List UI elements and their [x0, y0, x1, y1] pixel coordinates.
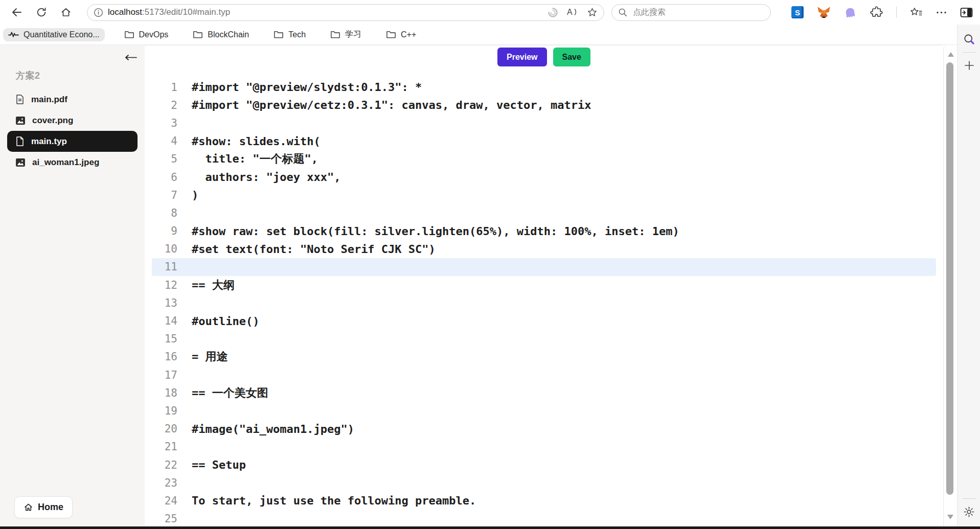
search-placeholder: 点此搜索	[633, 7, 666, 18]
browser-home-button[interactable]	[56, 3, 76, 21]
editor-scrollbar[interactable]	[943, 45, 958, 526]
bookmark-label: DevOps	[139, 30, 169, 39]
bookmark-blockchain[interactable]: BlockChain	[188, 28, 254, 41]
code-editor[interactable]: Preview Save 1#import "@preview/slydst:0…	[145, 45, 943, 527]
line-number: 22	[152, 459, 177, 471]
code-line-7[interactable]: 7)	[152, 186, 936, 204]
line-text: )	[192, 189, 198, 201]
bookmark-quantitative-econo[interactable]: Quantitative Econo...	[3, 28, 105, 41]
code-line-5[interactable]: 5 title: "一个标题",	[152, 150, 936, 168]
s-extension-icon[interactable]: S	[791, 6, 804, 18]
code-line-1[interactable]: 1#import "@preview/slydst:0.1.3": *	[152, 78, 936, 96]
code-line-23[interactable]: 23	[152, 474, 936, 492]
collapse-sidebar-button[interactable]	[123, 53, 139, 63]
bookmarks-bar: Quantitative Econo...DevOpsBlockChainTec…	[0, 25, 957, 45]
line-text: To start, just use the following preambl…	[192, 494, 476, 507]
sidebar-search-icon	[963, 33, 975, 45]
line-text: #outline()	[192, 315, 259, 328]
line-number: 2	[152, 99, 177, 111]
read-aloud-icon[interactable]: A	[566, 7, 579, 17]
address-actions: A	[548, 7, 599, 18]
line-number: 10	[152, 243, 177, 255]
code-line-22[interactable]: 22== Setup	[152, 456, 936, 474]
code-line-14[interactable]: 14#outline()	[152, 312, 936, 330]
code-line-11[interactable]: 11	[152, 258, 936, 276]
line-number: 1	[152, 81, 177, 94]
metamask-fox-icon[interactable]	[817, 6, 831, 19]
code-line-8[interactable]: 8	[152, 204, 936, 222]
plus-icon	[964, 60, 975, 71]
code-line-24[interactable]: 24To start, just use the following pream…	[152, 492, 936, 510]
code-line-12[interactable]: 12== 大纲	[152, 276, 936, 294]
url-text[interactable]: localhost:5173/edit/10#main.typ	[108, 7, 548, 17]
line-text: == Setup	[192, 458, 246, 471]
settings-menu-icon[interactable]	[936, 11, 947, 14]
code-line-6[interactable]: 6 authors: "joey xxx",	[152, 168, 936, 186]
search-input[interactable]: 点此搜索	[611, 4, 771, 21]
file-item-ai-woman1-jpeg[interactable]: ai_woman1.jpeg	[7, 152, 138, 173]
folder-icon	[330, 30, 340, 39]
line-text: == 一个美女图	[192, 385, 268, 401]
back-button[interactable]	[7, 3, 27, 21]
line-number: 25	[152, 513, 177, 525]
image-icon	[15, 116, 26, 125]
line-text: #import "@preview/slydst:0.1.3": *	[192, 81, 422, 94]
split-screen-icon[interactable]	[960, 7, 973, 18]
extensions-bar: S	[791, 6, 980, 19]
waveform-icon	[8, 30, 19, 39]
code-line-20[interactable]: 20#image("ai_woman1.jpeg")	[152, 420, 936, 438]
preview-button[interactable]: Preview	[497, 48, 546, 66]
line-number: 4	[152, 135, 177, 147]
code-line-9[interactable]: 9#show raw: set block(fill: silver.light…	[152, 222, 936, 240]
folder-icon	[274, 30, 284, 39]
code-line-2[interactable]: 2#import "@preview/cetz:0.3.1": canvas, …	[152, 96, 936, 114]
code-area[interactable]: 1#import "@preview/slydst:0.1.3": *2#imp…	[145, 78, 943, 528]
bookmark-devops[interactable]: DevOps	[119, 28, 174, 41]
file-item-cover-png[interactable]: cover.png	[7, 110, 138, 131]
code-line-18[interactable]: 18== 一个美女图	[152, 384, 936, 402]
code-line-21[interactable]: 21	[152, 438, 936, 456]
folder-icon	[124, 30, 134, 39]
browser-essentials-icon[interactable]	[548, 7, 558, 18]
sidebar-add-button[interactable]	[961, 57, 978, 74]
code-line-16[interactable]: 16= 用途	[152, 348, 936, 366]
file-item-main-typ[interactable]: main.typ	[7, 131, 138, 152]
bookmark-学习[interactable]: 学习	[325, 27, 367, 42]
code-line-15[interactable]: 15	[152, 330, 936, 348]
extensions-puzzle-icon[interactable]	[870, 6, 883, 19]
scroll-down-arrow[interactable]	[947, 515, 953, 519]
bookmark-c[interactable]: C++	[381, 28, 421, 41]
scrollbar-thumb[interactable]	[946, 62, 953, 495]
back-icon	[11, 7, 22, 18]
code-line-13[interactable]: 13	[152, 294, 936, 312]
code-line-4[interactable]: 4#show: slides.with(	[152, 132, 936, 150]
line-text: #show raw: set block(fill: silver.lighte…	[192, 225, 679, 238]
line-number: 5	[152, 153, 177, 165]
code-line-17[interactable]: 17	[152, 366, 936, 384]
svg-text:A: A	[567, 8, 573, 16]
file-name: main.pdf	[31, 95, 67, 105]
home-button[interactable]: Home	[14, 496, 73, 518]
bookmark-tech[interactable]: Tech	[268, 28, 311, 41]
sidebar-settings-button[interactable]	[961, 503, 978, 520]
phantom-ghost-icon[interactable]	[844, 7, 857, 18]
address-bar[interactable]: localhost:5173/edit/10#main.typ A	[87, 4, 604, 21]
scroll-up-arrow[interactable]	[948, 52, 954, 57]
file-item-main-pdf[interactable]: main.pdf	[7, 89, 138, 110]
code-line-25[interactable]: 25	[152, 510, 936, 528]
code-line-10[interactable]: 10#set text(font: "Noto Serif CJK SC")	[152, 240, 936, 258]
line-number: 23	[152, 477, 177, 489]
line-number: 15	[152, 333, 177, 345]
collections-star-icon[interactable]	[910, 7, 923, 18]
house-icon	[24, 502, 33, 512]
save-button[interactable]: Save	[553, 48, 590, 66]
line-number: 7	[152, 189, 177, 201]
sidebar-search-button[interactable]	[961, 31, 978, 48]
code-line-3[interactable]: 3	[152, 114, 936, 132]
code-line-19[interactable]: 19	[152, 402, 936, 420]
line-text: authors: "joey xxx",	[192, 171, 340, 183]
site-info-icon[interactable]	[94, 8, 103, 17]
favorite-star-icon[interactable]	[587, 7, 598, 18]
line-number: 3	[152, 117, 177, 129]
refresh-button[interactable]	[32, 3, 51, 21]
